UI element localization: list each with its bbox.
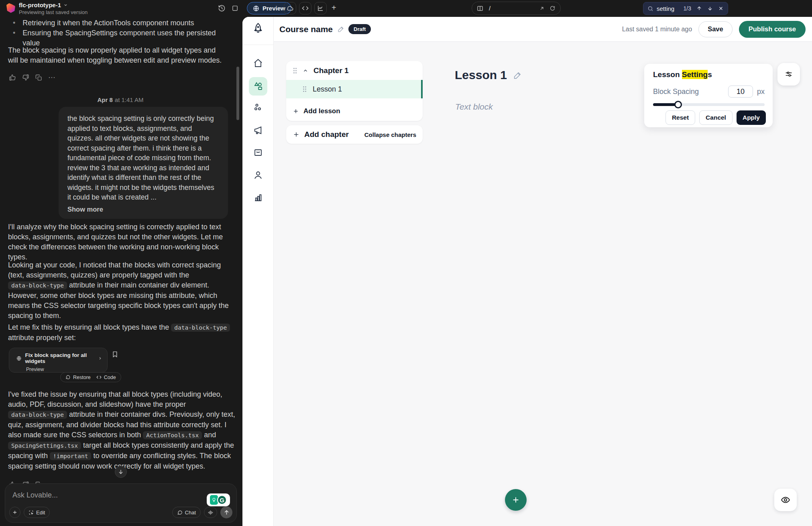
code-button[interactable]: Code xyxy=(96,375,116,380)
lesson-heading: Lesson 1 xyxy=(455,68,522,82)
settings-toggle-button[interactable] xyxy=(777,63,800,86)
shapes-icon xyxy=(253,82,263,91)
copy-icon[interactable] xyxy=(35,74,42,81)
message-timestamp: Apr 8at 1:41 AM xyxy=(0,96,241,103)
more-actions-icon[interactable]: ⋯ xyxy=(48,73,56,82)
edit-mode-button[interactable]: Edit xyxy=(24,507,50,518)
scroll-to-bottom-button[interactable] xyxy=(115,466,127,478)
chat-input-placeholder[interactable]: Ask Lovable... xyxy=(12,491,229,499)
search-icon xyxy=(647,6,653,12)
chapter-header[interactable]: Chapter 1 xyxy=(286,61,423,80)
restore-button[interactable]: Restore xyxy=(65,375,91,380)
history-icon[interactable] xyxy=(218,4,226,12)
columns-icon xyxy=(477,5,483,12)
drag-handle-icon[interactable] xyxy=(302,86,307,92)
cloud-icon xyxy=(287,5,293,12)
plus-icon xyxy=(293,108,299,114)
sidebar-item-home[interactable] xyxy=(253,58,263,68)
find-prev-icon[interactable] xyxy=(696,6,702,11)
find-in-page-bar[interactable]: setting 1/3 xyxy=(643,2,728,15)
assistant-paragraph: Looking at your code, I noticed that the… xyxy=(8,260,235,321)
code-chip: SpacingSettings.tsx xyxy=(8,442,81,450)
lesson-item-label: Lesson 1 xyxy=(313,85,342,94)
app-header: Course name Draft Last saved 1 minute ag… xyxy=(274,17,812,42)
cloud-deploy-button[interactable] xyxy=(284,2,296,14)
slider-thumb[interactable] xyxy=(674,101,682,108)
url-bar[interactable]: / xyxy=(472,2,561,15)
code-chip: ActionTools.tsx xyxy=(143,431,202,439)
add-chapter-card: Add chapter Collapse chapters xyxy=(286,125,423,144)
url-path: / xyxy=(489,5,490,12)
assistant-paragraph: I've fixed the issue by ensuring that al… xyxy=(8,389,235,471)
lovable-logo[interactable] xyxy=(6,3,15,13)
block-spacing-input[interactable] xyxy=(728,86,753,98)
text-block-placeholder[interactable]: Text block xyxy=(455,102,493,112)
version-hover-toolbar: Restore Code xyxy=(60,372,121,382)
sidebar-item-community[interactable] xyxy=(253,102,263,112)
arrow-up-icon xyxy=(224,510,230,516)
code-chip: !important xyxy=(50,452,91,460)
sidebar-item-inbox[interactable] xyxy=(253,148,263,157)
chevron-up-icon[interactable] xyxy=(303,68,308,73)
save-button[interactable]: Save xyxy=(698,21,733,37)
edit-pencil-icon[interactable] xyxy=(513,71,522,80)
code-chip: data-block-type xyxy=(8,411,67,419)
lightbulb-icon xyxy=(210,495,218,505)
thumbs-down-icon[interactable] xyxy=(22,74,29,81)
open-external-icon[interactable] xyxy=(539,6,545,11)
publish-course-button[interactable]: Publish course xyxy=(739,21,806,38)
waveform-icon xyxy=(208,510,214,516)
app-logo-rocket-icon[interactable] xyxy=(252,22,264,35)
add-tab-button[interactable]: + xyxy=(332,3,336,12)
project-name-menu[interactable]: flc-prototype-1 xyxy=(19,2,68,8)
add-lesson-button[interactable]: Add lesson xyxy=(286,102,423,120)
plus-icon xyxy=(511,495,520,504)
close-icon[interactable] xyxy=(718,6,724,11)
chat-composer[interactable]: Ask Lovable... G Edit Chat xyxy=(5,483,237,523)
send-button[interactable] xyxy=(220,506,232,518)
analytics-button[interactable] xyxy=(314,2,327,14)
add-block-fab[interactable] xyxy=(505,489,527,511)
list-item: •Retrieving it when the ActionTools comp… xyxy=(8,18,233,28)
edit-pencil-icon[interactable] xyxy=(338,26,344,33)
eye-icon xyxy=(781,495,790,505)
apply-button[interactable]: Apply xyxy=(737,110,766,125)
find-next-icon[interactable] xyxy=(707,6,713,11)
refresh-icon[interactable] xyxy=(549,5,556,11)
sidebar-item-announcements[interactable] xyxy=(253,125,263,135)
project-status: Previewing last saved version xyxy=(19,9,88,15)
panel-layout-icon[interactable] xyxy=(232,5,238,12)
block-spacing-slider[interactable] xyxy=(653,103,765,106)
bookmark-icon[interactable] xyxy=(112,351,118,358)
sliders-icon xyxy=(784,70,793,79)
add-chapter-button[interactable]: Add chapter xyxy=(293,130,349,139)
app-preview-frame: Course name Draft Last saved 1 minute ag… xyxy=(242,17,812,526)
edit-card-title: Fix block spacing for all widgets xyxy=(25,352,94,364)
find-query[interactable]: setting xyxy=(657,5,674,12)
rail-divider xyxy=(242,45,274,45)
cancel-button[interactable]: Cancel xyxy=(699,110,733,125)
sidebar-item-courses-active[interactable] xyxy=(249,77,267,96)
edit-version-card[interactable]: Fix block spacing for all widgets Previe… xyxy=(9,348,108,373)
chat-mode-button[interactable]: Chat xyxy=(172,507,201,518)
drag-handle-icon[interactable] xyxy=(293,67,297,74)
reset-button[interactable]: Reset xyxy=(665,110,695,125)
code-view-button[interactable] xyxy=(299,2,311,14)
chevron-down-icon xyxy=(63,3,68,7)
sidebar-item-profile[interactable] xyxy=(253,170,263,180)
thumbs-up-icon[interactable] xyxy=(9,74,16,81)
restore-icon xyxy=(65,375,71,380)
sidebar-item-analytics[interactable] xyxy=(253,193,263,202)
attach-button[interactable] xyxy=(9,507,20,518)
chat-scrollbar[interactable] xyxy=(236,67,239,120)
voice-input-button[interactable] xyxy=(204,507,217,518)
lesson-list-item[interactable]: Lesson 1 xyxy=(286,80,423,98)
grammarly-badge[interactable]: G xyxy=(207,493,230,506)
collapse-chapters-button[interactable]: Collapse chapters xyxy=(364,131,416,138)
globe-icon xyxy=(253,5,259,12)
assistant-paragraph: I'll analyze why the block spacing setti… xyxy=(8,222,235,262)
preview-eye-button[interactable] xyxy=(774,489,797,511)
chart-line-icon xyxy=(317,5,324,12)
home-icon xyxy=(253,58,263,68)
show-more-button[interactable]: Show more xyxy=(67,206,219,213)
